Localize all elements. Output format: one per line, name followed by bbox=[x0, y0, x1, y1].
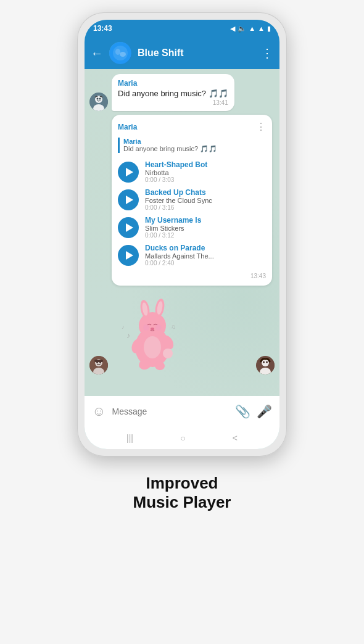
message-1: Maria Did anyone bring music? 🎵🎵 13:41 bbox=[89, 74, 275, 111]
svg-rect-15 bbox=[94, 360, 103, 362]
status-bar: 13:43 ◀ 🔈 ▲ ▲ ▮ bbox=[85, 20, 279, 37]
phone-shell: 13:43 ◀ 🔈 ▲ ▲ ▮ ← Blue Shift bbox=[77, 12, 287, 456]
track-duration-4: 0:00 / 2:40 bbox=[145, 260, 266, 266]
group-avatar bbox=[109, 42, 131, 64]
status-time: 13:43 bbox=[93, 24, 112, 33]
svg-point-8 bbox=[97, 98, 99, 100]
track-title-1: Heart-Shaped Bot bbox=[145, 160, 266, 169]
chat-area: Maria Did anyone bring music? 🎵🎵 13:41 M… bbox=[85, 69, 279, 396]
app-bar: ← Blue Shift ⋮ bbox=[85, 37, 279, 69]
track-info-4: Ducks on Parade Mallards Against The... … bbox=[145, 244, 266, 266]
chat-title: Blue Shift bbox=[138, 47, 255, 59]
input-bar: ☺ 📎 🎤 bbox=[85, 396, 279, 427]
svg-point-23 bbox=[155, 324, 162, 331]
svg-text:♪: ♪ bbox=[122, 324, 125, 330]
track-title-3: My Username Is bbox=[145, 216, 266, 225]
svg-point-17 bbox=[139, 312, 166, 339]
nav-back[interactable]: < bbox=[233, 433, 238, 443]
track-artist-2: Foster the Cloud Sync bbox=[145, 197, 266, 204]
music-card-time: 13:43 bbox=[118, 273, 266, 279]
music-card-header: Maria ⋮ bbox=[118, 121, 266, 133]
track-title-2: Backed Up Chats bbox=[145, 188, 266, 197]
emoji-button[interactable]: ☺ bbox=[92, 403, 105, 419]
back-button[interactable]: ← bbox=[91, 46, 103, 60]
nav-bar: ||| ○ < bbox=[85, 427, 279, 449]
bubble-sender-1: Maria bbox=[118, 79, 228, 88]
track-duration-3: 0:00 / 3:12 bbox=[145, 232, 266, 239]
svg-point-29 bbox=[163, 349, 173, 358]
svg-point-24 bbox=[151, 328, 154, 330]
svg-point-30 bbox=[144, 336, 161, 358]
promo-text: Improved Music Player bbox=[133, 474, 231, 512]
play-button-3[interactable] bbox=[118, 217, 139, 238]
sticker-bunny: ♪ ♫ ♪ bbox=[115, 292, 189, 374]
music-card-bubble: Maria ⋮ Maria Did anyone bring music? 🎵🎵… bbox=[112, 115, 272, 286]
mic-button[interactable]: 🎤 bbox=[257, 404, 272, 419]
svg-point-3 bbox=[120, 52, 126, 57]
music-card-sender: Maria bbox=[118, 123, 137, 131]
signal-icon: ▲ bbox=[258, 25, 265, 32]
text-bubble-1: Maria Did anyone bring music? 🎵🎵 13:41 bbox=[112, 74, 234, 111]
bubble-time-1: 13:41 bbox=[118, 99, 228, 106]
play-button-4[interactable] bbox=[118, 245, 139, 266]
maria-avatar-1 bbox=[89, 93, 108, 111]
music-card-quote: Maria Did anyone bring music? 🎵🎵 bbox=[118, 138, 266, 153]
status-icons: ◀ 🔈 ▲ ▲ ▮ bbox=[230, 25, 271, 33]
svg-point-2 bbox=[115, 49, 120, 55]
play-button-1[interactable] bbox=[118, 162, 139, 183]
chat-content: Maria Did anyone bring music? 🎵🎵 13:41 M… bbox=[89, 74, 275, 391]
svg-point-9 bbox=[99, 98, 101, 100]
svg-text:♫: ♫ bbox=[171, 323, 176, 330]
track-info-1: Heart-Shaped Bot Nirbotta 0:00 / 3:03 bbox=[145, 160, 266, 183]
track-row-1: Heart-Shaped Bot Nirbotta 0:00 / 3:03 bbox=[118, 158, 266, 186]
promo-line2: Music Player bbox=[133, 493, 231, 512]
track-title-4: Ducks on Parade bbox=[145, 244, 266, 252]
battery-icon: ▮ bbox=[267, 25, 271, 33]
user2-avatar bbox=[89, 356, 108, 374]
svg-point-37 bbox=[263, 361, 265, 363]
track-duration-2: 0:00 / 3:16 bbox=[145, 204, 266, 211]
attach-button[interactable]: 📎 bbox=[235, 404, 250, 419]
track-artist-3: Slim Stickers bbox=[145, 225, 266, 232]
track-row-4: Ducks on Parade Mallards Against The... … bbox=[118, 241, 266, 269]
message-input[interactable] bbox=[112, 407, 229, 416]
nav-recent-apps[interactable]: ||| bbox=[126, 433, 133, 443]
wifi-icon: ▲ bbox=[249, 25, 255, 32]
promo-line1: Improved bbox=[133, 474, 231, 493]
track-artist-4: Mallards Against The... bbox=[145, 252, 266, 260]
bubble-text-1: Did anyone bring music? 🎵🎵 bbox=[118, 89, 228, 98]
quote-text: Did anyone bring music? 🎵🎵 bbox=[123, 145, 266, 153]
track-duration-1: 0:00 / 3:03 bbox=[145, 176, 266, 183]
phone-screen: 13:43 ◀ 🔈 ▲ ▲ ▮ ← Blue Shift bbox=[85, 20, 279, 449]
svg-point-38 bbox=[266, 361, 268, 363]
music-card-more-button[interactable]: ⋮ bbox=[256, 121, 266, 133]
user3-avatar bbox=[256, 356, 275, 374]
track-info-3: My Username Is Slim Stickers 0:00 / 3:12 bbox=[145, 216, 266, 239]
nav-home[interactable]: ○ bbox=[180, 433, 185, 443]
sticker-row: ♪ ♫ ♪ bbox=[89, 292, 275, 374]
bunny-svg: ♪ ♫ ♪ bbox=[115, 292, 189, 372]
volume-icon: 🔈 bbox=[238, 25, 246, 33]
more-button[interactable]: ⋮ bbox=[261, 46, 273, 60]
track-row-2: Backed Up Chats Foster the Cloud Sync 0:… bbox=[118, 186, 266, 213]
nav-icon: ◀ bbox=[230, 25, 235, 33]
track-artist-1: Nirbotta bbox=[145, 169, 266, 176]
quote-sender: Maria bbox=[123, 138, 266, 145]
svg-point-22 bbox=[143, 324, 149, 331]
play-button-2[interactable] bbox=[118, 189, 139, 210]
track-row-3: My Username Is Slim Stickers 0:00 / 3:12 bbox=[118, 213, 266, 241]
user3-avatar-container bbox=[256, 356, 275, 374]
track-info-2: Backed Up Chats Foster the Cloud Sync 0:… bbox=[145, 188, 266, 211]
svg-text:♪: ♪ bbox=[126, 331, 130, 340]
